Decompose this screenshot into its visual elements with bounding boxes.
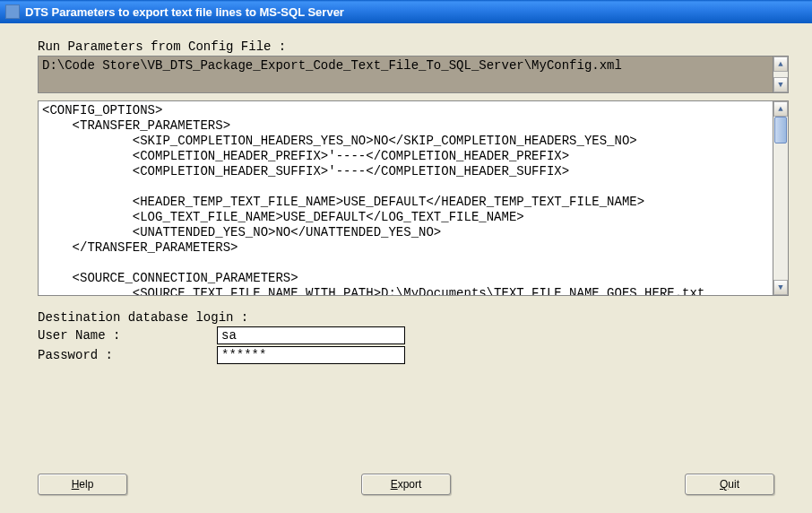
- app-icon: [5, 4, 20, 19]
- scroll-down-icon[interactable]: ▼: [773, 77, 788, 92]
- password-input[interactable]: [217, 346, 405, 364]
- password-label: Password :: [38, 348, 217, 362]
- export-button[interactable]: Export: [361, 474, 451, 495]
- username-row: User Name :: [38, 326, 774, 344]
- window-titlebar: DTS Parameters to export text file lines…: [0, 0, 812, 23]
- login-section: Destination database login : User Name :…: [38, 310, 774, 364]
- scroll-up-icon[interactable]: ▲: [773, 101, 788, 117]
- password-row: Password :: [38, 346, 774, 364]
- button-row: Help Export Quit: [38, 474, 774, 495]
- run-params-label: Run Parameters from Config File :: [38, 39, 774, 54]
- window-title: DTS Parameters to export text file lines…: [25, 5, 344, 19]
- xml-content-wrap: <CONFIG_OPTIONS> <TRANSFER_PARAMETERS> <…: [38, 100, 789, 296]
- config-path-scrollbar[interactable]: ▲ ▼: [773, 56, 789, 93]
- dest-login-label: Destination database login :: [38, 310, 774, 325]
- scrollbar-thumb[interactable]: [774, 117, 787, 143]
- config-path-field[interactable]: D:\Code Store\VB_DTS_Package_Export_Code…: [38, 56, 773, 93]
- username-label: User Name :: [38, 328, 217, 343]
- config-path-field-wrap: D:\Code Store\VB_DTS_Package_Export_Code…: [38, 56, 789, 93]
- scroll-down-icon[interactable]: ▼: [773, 280, 788, 295]
- content-area: Run Parameters from Config File : D:\Cod…: [0, 23, 812, 375]
- help-button[interactable]: Help: [38, 474, 127, 495]
- scroll-up-icon[interactable]: ▲: [773, 57, 788, 72]
- scrollbar-track[interactable]: [773, 117, 788, 280]
- xml-scrollbar[interactable]: ▲ ▼: [773, 100, 789, 296]
- quit-button[interactable]: Quit: [685, 474, 774, 495]
- username-input[interactable]: [217, 326, 405, 344]
- xml-content-box[interactable]: <CONFIG_OPTIONS> <TRANSFER_PARAMETERS> <…: [38, 100, 773, 296]
